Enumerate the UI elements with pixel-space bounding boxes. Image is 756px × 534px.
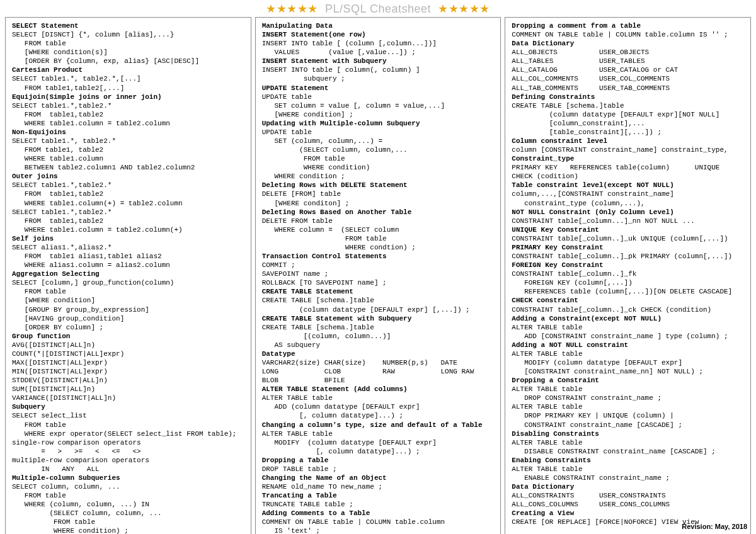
code-line: WHERE condition ; xyxy=(262,172,496,181)
code-line: COMMIT ; xyxy=(262,261,496,270)
section-heading: INSERT Statement(one row) xyxy=(262,30,496,39)
code-line: FROM table xyxy=(262,234,496,243)
code-line: INSERT INTO table [ (column [,column...]… xyxy=(262,39,496,48)
code-line: FROM table1,table2 xyxy=(12,217,246,225)
section-heading: Datatype xyxy=(262,349,496,358)
code-line: [HAVING group_condition] xyxy=(12,314,246,323)
code-line: WHERE table1.column = table2.column xyxy=(12,119,246,128)
code-line: SELECT select_list xyxy=(12,411,246,420)
code-line: FROM table1,table2[,...] xyxy=(12,84,246,93)
code-line: TRUNCATE TABLE table ; xyxy=(262,500,496,509)
section-heading: Dropping a comment from a table xyxy=(512,21,745,30)
code-line: AVG([DISTINCT|ALL]n) xyxy=(12,341,246,349)
code-line: CREATE TABLE [schema.]table xyxy=(262,323,496,332)
code-line: [WHERE conditon] ; xyxy=(262,199,496,208)
section-heading: CREATE TABLE Statement with Subquery xyxy=(262,314,496,323)
code-line: UPDATE table xyxy=(262,93,496,101)
section-heading: Updating with Multiple-column Subquery xyxy=(262,119,496,128)
code-line: FROM table1,table2 xyxy=(12,190,246,198)
code-line: [(column, column...)] xyxy=(262,332,496,341)
code-line: DROP TABLE table ; xyxy=(262,465,496,474)
code-line: INSERT INTO table [ column(, column) ] xyxy=(262,65,496,74)
section-heading: Adding Comments to a Table xyxy=(262,509,496,518)
code-line: UPDATE table xyxy=(262,128,496,137)
code-line: FROM table xyxy=(12,39,246,48)
code-line: FROM table1, table2 xyxy=(12,145,246,154)
code-line: SAVEPOINT name ; xyxy=(262,270,496,278)
section-heading: Deleting Rows Based on Another Table xyxy=(262,208,496,217)
code-line: multiple-row comparison operators xyxy=(12,456,246,465)
section-heading: Data Dictionary xyxy=(512,482,745,491)
code-line: ALTER TABLE table xyxy=(512,402,745,411)
section-heading: ALTER TABLE Statement (Add columns) xyxy=(262,385,496,394)
code-line: ADD (column datatype [DEFAULT expr] xyxy=(262,402,496,411)
section-heading: Constraint_type xyxy=(512,154,745,163)
code-line: [WHERE condition] xyxy=(12,296,246,305)
code-line: WHERE (column, column, ...) IN xyxy=(12,500,246,509)
section-heading: Disabling Constraints xyxy=(512,429,745,438)
code-line: ROLLBACK [TO SAVEPOINT name] ; xyxy=(262,278,496,287)
code-line: SELECT table1.*,table2.* xyxy=(12,181,246,190)
code-line: REFERENCES table (column[,...])[ON DELET… xyxy=(512,287,745,296)
code-line: FOREIGN KEY (column[,...]) xyxy=(512,278,745,287)
code-line: [WHERE condition(s)] xyxy=(12,48,246,57)
code-line: FROM table xyxy=(12,421,246,429)
code-line: [ORDER BY {column, exp, alias} [ASC|DESC… xyxy=(12,57,246,65)
code-line: DISABLE CONSTRAINT constraint_name [CASC… xyxy=(512,447,745,456)
code-line: WHERE condtion) ; xyxy=(262,243,496,252)
code-line: WHERE column = (SELECT column xyxy=(262,225,496,234)
section-heading: Equijoin(Simple joins or inner join) xyxy=(12,93,246,101)
code-line: SELECT [DISNCT] {*, column [alias],...} xyxy=(12,30,246,39)
code-line: CONSTRAINT constraint_name [CASCADE] ; xyxy=(512,421,745,429)
section-heading: Outer joins xyxy=(12,172,246,181)
code-line: IN ANY ALL xyxy=(12,465,246,474)
code-line: IS 'text' ; xyxy=(262,526,496,534)
section-heading: NOT NULL Constraint (Only Column Level) xyxy=(512,208,745,217)
section-heading: Manipulating Data xyxy=(262,21,496,30)
code-line: SELECT table1.*,table2.* xyxy=(12,101,246,110)
section-heading: Dropping a Table xyxy=(262,456,496,465)
section-heading: Adding a NOT NULL constraint xyxy=(512,341,745,349)
code-line: CONSTRAINT table[_column..]_fk xyxy=(512,270,745,278)
code-line: ALL_OBJECTS USER_OBJECTS xyxy=(512,48,745,57)
section-heading: Changing a column's type, size and defau… xyxy=(262,421,496,429)
code-line: SUM([DISTINCT|ALL]n) xyxy=(12,385,246,394)
code-line: WHERE expr operator(SELECT select_list F… xyxy=(12,429,246,438)
code-line: column [CONSTRAINT constraint_name] cons… xyxy=(512,145,745,154)
section-heading: UPDATE Statement xyxy=(262,84,496,93)
section-heading: Changing the Name of an Object xyxy=(262,474,496,482)
section-heading: FOREIGN Key Constraint xyxy=(512,261,745,270)
code-line: column,...,[CONSTRAINT constraint_name] xyxy=(512,190,745,198)
section-heading: Cartesian Product xyxy=(12,65,246,74)
code-line: VARIANCE([DISTINCT|ALL]n) xyxy=(12,394,246,402)
code-line: COMMENT ON TABLE table | COLUMN table.co… xyxy=(262,518,496,526)
code-line: [table_constraint][,...]) ; xyxy=(512,128,745,137)
code-line: ALTER TABLE table xyxy=(262,394,496,402)
code-line: [ORDER BY column] ; xyxy=(12,323,246,332)
code-line: RENAME old_name TO new_name ; xyxy=(262,482,496,491)
section-heading: Defining Constraints xyxy=(512,93,745,101)
code-line: CREATE TABLE [schema.]table xyxy=(512,101,745,110)
section-heading: INSERT Statement with Subquery xyxy=(262,57,496,65)
code-line: PRIMARY KEY REFERENCES table(column) UNI… xyxy=(512,163,745,172)
section-heading: Multiple-column Subqueries xyxy=(12,474,246,482)
code-line: (SELECT column, column, ... xyxy=(12,509,246,518)
section-heading: Deleting Rows with DELETE Statement xyxy=(262,181,496,190)
code-line: FROM table xyxy=(12,518,246,526)
code-line: SET column = value [, column = value,...… xyxy=(262,101,496,110)
code-line: ALTER TABLE table xyxy=(512,349,745,358)
section-heading: Adding a Constraint(except NOT NULL) xyxy=(512,314,745,323)
code-line: DELETE FROM table xyxy=(262,217,496,225)
code-line: ALL_CATALOG USER_CATALOG or CAT xyxy=(512,65,745,74)
code-line: WHERE table1.column = table2.column(+) xyxy=(12,225,246,234)
code-line: FROM table xyxy=(262,154,496,163)
section-heading: Table constraint level(except NOT NULL) xyxy=(512,181,745,190)
code-line: BLOB BFILE xyxy=(262,376,496,385)
section-heading: Transaction Control Statements xyxy=(262,252,496,261)
code-line: BETWEEN table2.column1 AND table2.column… xyxy=(12,163,246,172)
section-heading: Non-Equijoins xyxy=(12,128,246,137)
code-line: ADD [CONSTRAINT constraint_name ] type (… xyxy=(512,332,745,341)
code-line: MODIFY (column datatype [DEFAULT expr] xyxy=(512,358,745,367)
code-line: MODIFY (column datatype [DEFAULT expr] xyxy=(262,438,496,447)
code-line: MAX([DISTINCT|ALL]expr) xyxy=(12,358,246,367)
